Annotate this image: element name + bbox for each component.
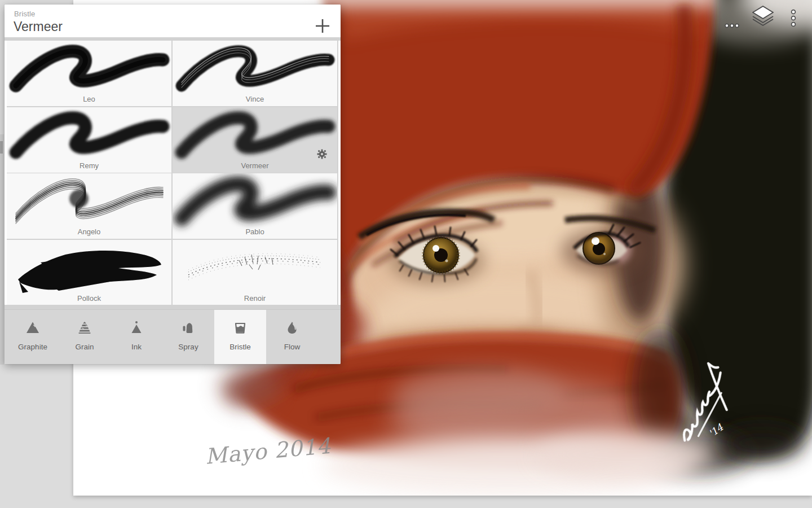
brush-name: Renoir <box>173 294 337 303</box>
gear-icon[interactable] <box>317 149 327 159</box>
bristle-cup-icon <box>233 319 248 336</box>
selected-brush-title: Vermeer <box>14 19 63 34</box>
brush-cell-leo[interactable]: Leo <box>7 41 171 106</box>
canvas-inscription: Mayo 2014 <box>204 433 332 469</box>
brush-name: Remy <box>7 161 171 170</box>
tab-label: Bristle <box>230 343 251 351</box>
brush-picker-panel: Bristle Vermeer Leo Vince <box>5 5 341 364</box>
brush-name: Vermeer <box>173 161 337 170</box>
brush-name: Pablo <box>173 227 337 236</box>
brush-name: Vince <box>173 95 337 103</box>
more-vertical-dots-icon[interactable] <box>789 9 798 28</box>
flow-droplet-icon <box>285 319 299 336</box>
ink-cone-dot-icon <box>129 319 144 336</box>
brush-category-tabbar: Graphite Grain I <box>5 309 341 364</box>
brush-name: Pollock <box>7 294 171 303</box>
brush-cell-renoir[interactable]: Renoir <box>173 240 337 305</box>
brush-cell-remy[interactable]: Remy <box>7 107 171 173</box>
plus-icon[interactable] <box>314 17 332 35</box>
tab-grain[interactable]: Grain <box>59 310 111 364</box>
tab-ink[interactable]: Ink <box>111 310 162 364</box>
more-horizontal-dots-icon[interactable] <box>724 21 740 27</box>
brush-name: Angelo <box>7 227 171 236</box>
tab-label: Grain <box>75 343 94 351</box>
tab-flow[interactable]: Flow <box>266 310 318 364</box>
grain-striped-triangle-icon <box>77 319 92 336</box>
spray-airbrush-icon <box>181 319 196 336</box>
tab-bristle[interactable]: Bristle <box>214 310 266 364</box>
brush-category-label: Bristle <box>14 10 36 18</box>
brush-cell-vince[interactable]: Vince <box>173 41 337 106</box>
tab-spray[interactable]: Spray <box>162 310 214 364</box>
panel-header: Bristle Vermeer <box>5 5 341 37</box>
tab-graphite[interactable]: Graphite <box>7 310 59 364</box>
brush-cell-pablo[interactable]: Pablo <box>173 173 337 239</box>
tab-label: Spray <box>178 343 198 351</box>
graphite-mountain-icon <box>25 319 40 336</box>
layers-stack-icon[interactable] <box>751 5 775 29</box>
tab-label: Flow <box>284 343 301 351</box>
brush-grid: Leo Vince Remy Vermeer <box>7 41 338 305</box>
brush-cell-vermeer[interactable]: Vermeer <box>173 107 337 173</box>
tab-label: Ink <box>131 343 142 351</box>
brush-cell-angelo[interactable]: Angelo <box>7 173 171 239</box>
brush-name: Leo <box>7 95 171 103</box>
brush-cell-pollock[interactable]: Pollock <box>7 240 171 305</box>
divider-band <box>5 305 341 309</box>
hidden-panel-edge <box>0 134 4 365</box>
tab-label: Graphite <box>18 343 47 351</box>
